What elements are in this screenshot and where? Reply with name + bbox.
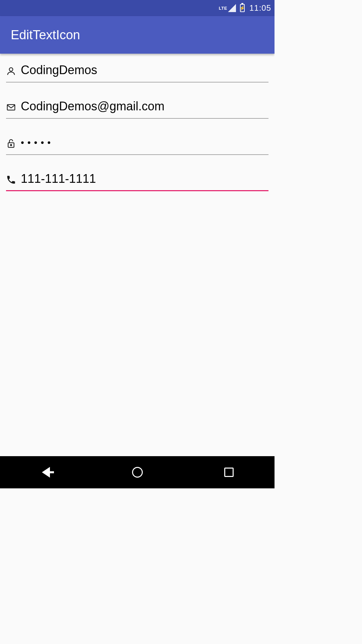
navigation-bar xyxy=(0,456,275,488)
svg-point-0 xyxy=(9,68,13,71)
phone-icon xyxy=(6,175,21,185)
status-bar: LTE ⚡ 11:05 xyxy=(0,0,275,16)
password-field-row xyxy=(6,133,268,155)
network-type-label: LTE xyxy=(219,6,227,11)
person-icon xyxy=(6,66,21,76)
name-input[interactable] xyxy=(21,62,268,80)
phone-field-row xyxy=(6,169,268,191)
battery-charging-icon: ⚡ xyxy=(240,4,245,12)
app-title: EditTextIcon xyxy=(11,28,80,42)
app-bar: EditTextIcon xyxy=(0,16,275,54)
form-content xyxy=(0,54,275,456)
lock-icon xyxy=(6,138,21,149)
screen-root: LTE ⚡ 11:05 EditTextIcon xyxy=(0,0,275,488)
email-icon xyxy=(6,102,21,112)
password-input[interactable] xyxy=(21,136,268,151)
signal-icon xyxy=(228,4,236,12)
phone-input[interactable] xyxy=(21,170,268,189)
home-button[interactable] xyxy=(127,462,147,482)
clock-label: 11:05 xyxy=(249,3,271,13)
email-field-row xyxy=(6,97,268,119)
svg-rect-1 xyxy=(7,105,15,110)
recent-apps-button[interactable] xyxy=(219,462,239,482)
back-button[interactable] xyxy=(36,462,56,482)
name-field-row xyxy=(6,60,268,83)
email-input[interactable] xyxy=(21,98,268,117)
svg-point-3 xyxy=(10,145,12,146)
